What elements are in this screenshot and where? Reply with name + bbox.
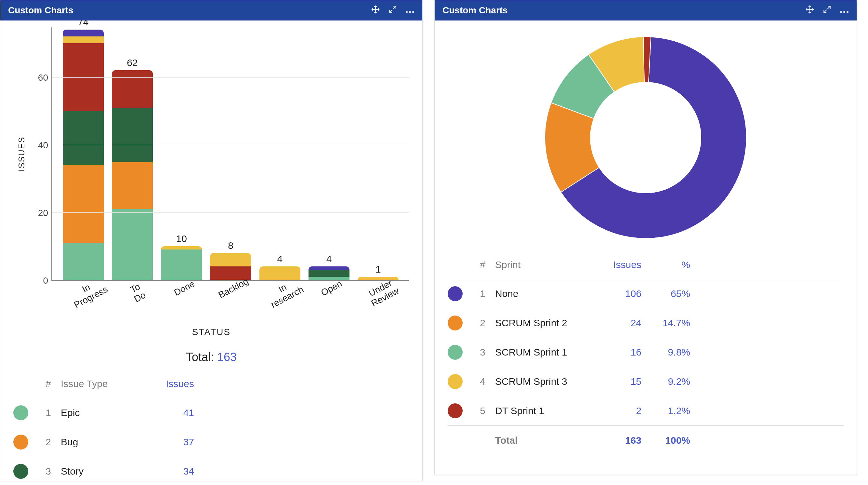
legend-swatch [448, 345, 463, 360]
bar-chart: ISSUES 0204060 7462108441 [13, 27, 409, 281]
legend-row[interactable]: 5DT Sprint 121.2% [448, 396, 844, 425]
bar-segment-epic[interactable] [161, 249, 202, 280]
legend-row[interactable]: 2SCRUM Sprint 22414.7% [448, 308, 844, 338]
bar-total-label: 8 [228, 240, 234, 251]
bar-segment-story[interactable] [112, 108, 153, 162]
move-icon[interactable] [371, 5, 380, 16]
bar-legend-table: # Issue Type Issues 1Epic412Bug373Story3… [13, 374, 409, 481]
legend-row[interactable]: 2Bug37 [13, 427, 409, 457]
bar-segment-bug[interactable] [112, 162, 153, 209]
panel-header: Custom Charts [0, 0, 422, 21]
legend-row[interactable]: 1None10665% [448, 279, 844, 308]
donut-legend-table: # Sprint Issues % 1None10665%2SCRUM Spri… [448, 255, 844, 455]
bar-segment-other[interactable] [63, 30, 104, 36]
y-tick: 40 [38, 140, 48, 151]
svg-point-2 [412, 11, 414, 13]
bar-segment-epic[interactable] [63, 243, 104, 280]
legend-swatch [13, 434, 28, 450]
legend-swatch [13, 405, 28, 420]
expand-icon[interactable] [823, 5, 831, 16]
more-icon[interactable] [405, 5, 414, 16]
more-icon[interactable] [840, 5, 849, 16]
bar-segment-story[interactable] [63, 111, 104, 165]
y-tick: 0 [43, 275, 48, 286]
y-tick: 20 [38, 208, 48, 218]
bar-segment-bug[interactable] [63, 165, 104, 243]
y-axis-label: ISSUES [13, 27, 27, 281]
bar-total-label: 1 [375, 264, 381, 275]
bar-total-label: 62 [127, 57, 137, 68]
legend-swatch [448, 403, 463, 418]
bar-done[interactable]: 10 [161, 233, 202, 280]
bar-total: Total: 163 [13, 350, 409, 364]
panel-title: Custom Charts [442, 5, 508, 16]
svg-point-5 [846, 11, 848, 13]
move-icon[interactable] [805, 5, 814, 16]
legend-row[interactable]: 3Story34 [13, 457, 409, 481]
bar-total-label: 4 [277, 253, 282, 265]
panel-bar-chart: Custom Charts ISSUES 0204060 7462108441 [0, 0, 423, 481]
bar-backlog[interactable]: 8 [210, 240, 251, 280]
svg-point-0 [406, 11, 408, 13]
bar-total-label: 4 [327, 253, 332, 265]
panel-donut-chart: Custom Charts # S [434, 0, 857, 475]
panel-header: Custom Charts [435, 0, 857, 21]
bar-in-progress[interactable]: 74 [63, 21, 104, 280]
svg-point-4 [843, 11, 845, 13]
bar-segment-subtask[interactable] [210, 253, 251, 267]
expand-icon[interactable] [389, 5, 397, 16]
bar-segment-epic[interactable] [112, 209, 153, 280]
x-axis-label: STATUS [13, 327, 409, 337]
bar-segment-subtask[interactable] [63, 36, 104, 43]
bar-total-label: 10 [176, 233, 187, 244]
legend-total-row: Total163100% [448, 425, 844, 455]
y-tick: 60 [38, 72, 48, 83]
bar-segment-story[interactable] [309, 270, 349, 277]
legend-swatch [448, 286, 463, 301]
legend-swatch [448, 374, 463, 389]
legend-row[interactable]: 1Epic41 [13, 398, 409, 427]
legend-row[interactable]: 3SCRUM Sprint 1169.8% [448, 338, 844, 367]
legend-swatch [448, 315, 463, 331]
bar-to-do[interactable]: 62 [112, 57, 153, 280]
bar-total-label: 74 [78, 21, 88, 28]
bar-segment-task[interactable] [112, 70, 153, 107]
donut-chart [538, 30, 753, 245]
panel-title: Custom Charts [8, 5, 73, 16]
bar-segment-subtask[interactable] [161, 246, 202, 249]
bar-segment-other[interactable] [309, 266, 349, 270]
legend-swatch [13, 464, 28, 479]
svg-point-1 [409, 11, 411, 13]
legend-row[interactable]: 4SCRUM Sprint 3159.2% [448, 367, 844, 396]
svg-point-3 [840, 11, 842, 13]
